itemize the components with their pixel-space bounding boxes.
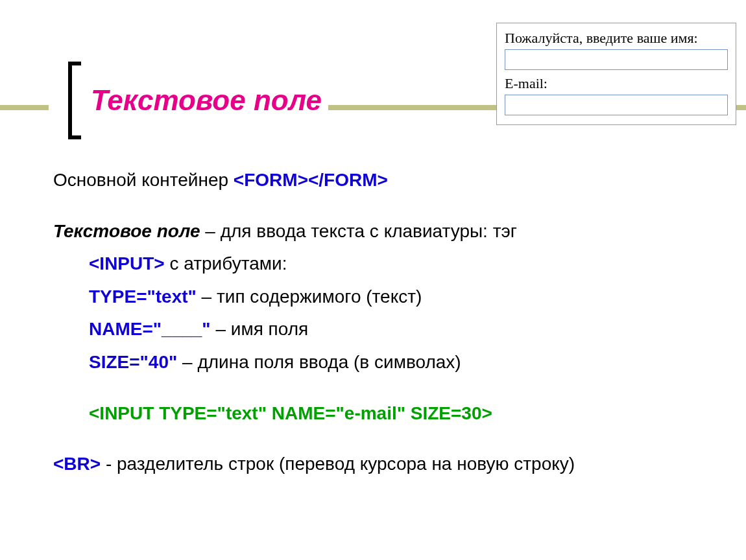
attr-key: SIZE="40" (89, 352, 177, 372)
email-label: E-mail: (505, 75, 728, 92)
line-attr-type: TYPE="text" – тип содержимого (текст) (53, 284, 707, 310)
line-example: <INPUT TYPE="text" NAME="e-mail" SIZE=30… (53, 401, 707, 427)
text-fragment: – для ввода текста с клавиатуры: тэг (200, 221, 517, 241)
input-tag: <INPUT> (89, 253, 165, 274)
text-bold: Текстовое поле (53, 221, 200, 241)
text-fragment: Основной контейнер (53, 170, 234, 190)
attr-desc: – имя поля (211, 319, 309, 339)
slide-title: Текстовое поле (91, 84, 322, 117)
form-preview: Пожалуйста, введите ваше имя: E-mail: (496, 23, 736, 125)
name-label: Пожалуйста, введите ваше имя: (505, 30, 728, 47)
name-input[interactable] (505, 49, 728, 70)
line-attr-name: NAME="____" – имя поля (53, 316, 707, 343)
br-tag: <BR> (53, 454, 101, 474)
bracket-decoration (68, 62, 81, 139)
title-block: Текстовое поле (49, 62, 328, 139)
line-br: <BR> - разделитель строк (перевод курсор… (53, 451, 707, 478)
attr-key: NAME="____" (89, 319, 211, 339)
line-input-tag: <INPUT> с атрибутами: (53, 251, 707, 277)
attr-desc: – длина поля ввода (в символах) (177, 352, 461, 372)
line-attr-size: SIZE="40" – длина поля ввода (в символах… (53, 349, 707, 376)
form-tag: <FORM></FORM> (234, 170, 388, 190)
text-fragment: с атрибутами: (165, 253, 287, 274)
line-textfield: Текстовое поле – для ввода текста с клав… (53, 218, 707, 245)
slide-body: Основной контейнер <FORM></FORM> Текстов… (53, 167, 707, 484)
attr-desc: – тип содержимого (текст) (197, 286, 422, 307)
example-code: <INPUT TYPE="text" NAME="e-mail" SIZE=30… (89, 403, 492, 423)
attr-key: TYPE="text" (89, 286, 197, 307)
text-fragment: - разделитель строк (перевод курсора на … (101, 454, 575, 474)
line-container: Основной контейнер <FORM></FORM> (53, 167, 707, 194)
email-input[interactable] (505, 95, 728, 115)
